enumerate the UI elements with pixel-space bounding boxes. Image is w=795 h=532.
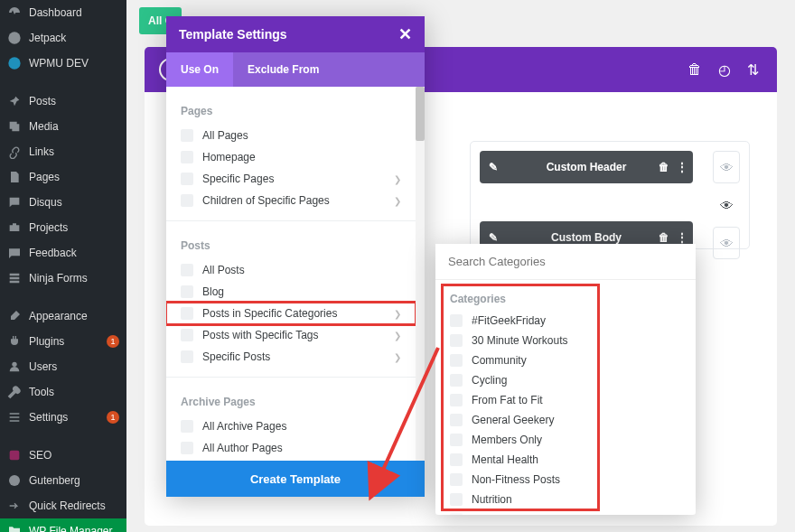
- sidebar-item-ninjaforms[interactable]: Ninja Forms: [0, 266, 126, 291]
- checkbox[interactable]: [450, 354, 463, 367]
- option-blog[interactable]: Blog: [166, 281, 416, 303]
- checkbox[interactable]: [181, 173, 193, 185]
- visibility-toggle[interactable]: 👁: [713, 189, 740, 221]
- category-label: Nutrition: [472, 493, 512, 506]
- sidebar-item-label: Jetpack: [29, 32, 66, 44]
- sidebar-item-posts[interactable]: Posts: [0, 89, 126, 114]
- sidebar-item-tools[interactable]: Tools: [0, 379, 126, 405]
- option-label: Children of Specific Pages: [202, 194, 330, 207]
- checkbox[interactable]: [450, 334, 463, 347]
- category-option[interactable]: Nutrition: [435, 490, 696, 509]
- transfer-icon[interactable]: ⇅: [747, 61, 759, 79]
- more-icon[interactable]: ⋮: [677, 231, 687, 244]
- sidebar-item-links[interactable]: Links: [0, 139, 126, 164]
- checkbox[interactable]: [450, 434, 463, 446]
- close-icon[interactable]: ✕: [398, 24, 412, 44]
- option-all-posts[interactable]: All Posts: [166, 259, 416, 281]
- trash-icon[interactable]: 🗑: [687, 61, 702, 79]
- sidebar-item-jetpack[interactable]: Jetpack: [0, 25, 126, 51]
- user-icon: [7, 359, 22, 374]
- svg-rect-3: [10, 451, 20, 461]
- search-categories-input[interactable]: [435, 244, 696, 280]
- option-label: All Archive Pages: [202, 420, 286, 433]
- checkbox[interactable]: [181, 194, 193, 207]
- tab-label: Use On: [181, 63, 219, 76]
- checkbox[interactable]: [450, 314, 463, 327]
- svg-point-4: [9, 475, 20, 486]
- category-option[interactable]: Members Only: [435, 430, 696, 450]
- scrollbar-track[interactable]: [416, 87, 425, 497]
- option-all-author[interactable]: All Author Pages: [166, 437, 416, 459]
- checkbox[interactable]: [450, 414, 463, 426]
- sidebar-item-feedback[interactable]: Feedback: [0, 240, 126, 266]
- visibility-toggle[interactable]: 👁: [713, 151, 740, 183]
- checkbox[interactable]: [181, 329, 193, 341]
- tab-use-on[interactable]: Use On: [166, 52, 233, 87]
- custom-header-slot[interactable]: ✎ Custom Header 🗑⋮: [480, 151, 693, 183]
- checkbox[interactable]: [181, 420, 193, 433]
- sidebar-item-settings[interactable]: Settings1: [0, 405, 126, 430]
- sidebar-item-appearance[interactable]: Appearance: [0, 303, 126, 329]
- sidebar-item-plugins[interactable]: Plugins1: [0, 329, 126, 354]
- option-specific-posts[interactable]: Specific Posts❯: [166, 346, 416, 368]
- checkbox[interactable]: [181, 350, 193, 363]
- more-icon[interactable]: ⋮: [677, 161, 687, 173]
- tab-exclude-from[interactable]: Exclude From: [233, 52, 333, 87]
- category-option[interactable]: From Fat to Fit: [435, 390, 696, 410]
- category-option[interactable]: 30 Minute Workouts: [435, 331, 696, 350]
- category-label: Community: [472, 354, 527, 367]
- section-header-posts: Posts: [166, 230, 416, 259]
- checkbox[interactable]: [181, 151, 193, 163]
- sidebar-item-users[interactable]: Users: [0, 354, 126, 379]
- sidebar-item-label: Quick Redirects: [29, 499, 106, 512]
- sidebar-item-wpmudev[interactable]: WPMU DEV: [0, 51, 126, 76]
- sidebar-item-label: WPMU DEV: [29, 57, 89, 70]
- section-header-archive: Archive Pages: [166, 387, 416, 415]
- sidebar-item-media[interactable]: Media: [0, 114, 126, 139]
- checkbox[interactable]: [181, 285, 193, 298]
- option-label: Specific Posts: [202, 350, 270, 363]
- scrollbar-thumb[interactable]: [416, 87, 425, 141]
- category-option[interactable]: Non-Fitness Posts: [435, 470, 696, 490]
- sidebar-item-label: Links: [29, 145, 54, 158]
- history-icon[interactable]: ◴: [718, 61, 731, 79]
- category-option[interactable]: General Geekery: [435, 410, 696, 430]
- category-option[interactable]: Community: [435, 350, 696, 370]
- sidebar-item-seo[interactable]: SEO: [0, 443, 126, 468]
- checkbox[interactable]: [181, 129, 193, 142]
- option-all-pages[interactable]: All Pages: [166, 125, 416, 146]
- visibility-toggle[interactable]: 👁: [713, 227, 740, 259]
- option-children-pages[interactable]: Children of Specific Pages❯: [166, 190, 416, 211]
- checkbox[interactable]: [181, 264, 193, 276]
- brush-icon: [7, 309, 22, 323]
- checkbox[interactable]: [181, 307, 193, 320]
- option-posts-with-tags[interactable]: Posts with Specific Tags❯: [166, 324, 416, 346]
- option-specific-pages[interactable]: Specific Pages❯: [166, 168, 416, 190]
- sidebar-item-filemanager[interactable]: WP File Manager: [0, 518, 126, 532]
- trash-icon[interactable]: 🗑: [659, 231, 669, 244]
- category-option[interactable]: Podcast: [435, 509, 696, 515]
- option-all-archive[interactable]: All Archive Pages: [166, 415, 416, 437]
- category-option[interactable]: #FitGeekFriday: [435, 311, 696, 331]
- create-template-button[interactable]: Create Template: [166, 461, 425, 497]
- sidebar-item-redirects[interactable]: Quick Redirects: [0, 493, 126, 518]
- checkbox[interactable]: [450, 493, 463, 506]
- sidebar-item-dashboard[interactable]: Dashboard: [0, 0, 126, 25]
- option-posts-in-categories[interactable]: Posts in Specific Categories❯: [166, 303, 416, 324]
- checkbox[interactable]: [181, 442, 193, 454]
- tab-label: Exclude From: [248, 63, 319, 76]
- category-option[interactable]: Mental Health: [435, 450, 696, 470]
- sidebar-item-pages[interactable]: Pages: [0, 164, 126, 190]
- checkbox[interactable]: [450, 513, 463, 515]
- checkbox[interactable]: [450, 453, 463, 466]
- checkbox[interactable]: [450, 473, 463, 486]
- checkbox[interactable]: [450, 394, 463, 406]
- option-homepage[interactable]: Homepage: [166, 146, 416, 168]
- checkbox[interactable]: [450, 374, 463, 387]
- chevron-right-icon: ❯: [394, 196, 401, 206]
- sidebar-item-projects[interactable]: Projects: [0, 215, 126, 240]
- trash-icon[interactable]: 🗑: [659, 161, 669, 173]
- category-option[interactable]: Cycling: [435, 370, 696, 390]
- sidebar-item-gutenberg[interactable]: Gutenberg: [0, 468, 126, 493]
- sidebar-item-disqus[interactable]: Disqus: [0, 190, 126, 215]
